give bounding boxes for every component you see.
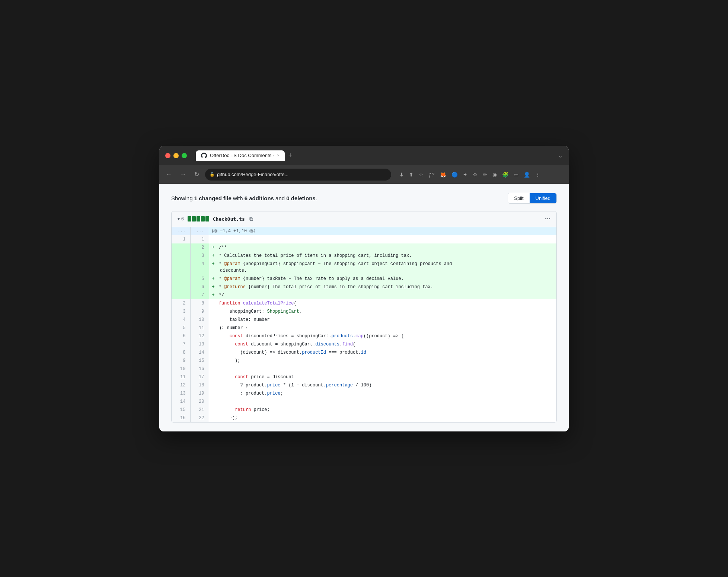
line-content: const price = discount: [209, 373, 556, 381]
table-row: 15 21 return price;: [172, 406, 556, 414]
left-line-num: 6: [172, 332, 190, 340]
maximize-window-button[interactable]: [182, 153, 187, 158]
back-button[interactable]: ←: [164, 170, 174, 179]
addition-block-2: [192, 216, 196, 221]
profile-icon[interactable]: 👤: [522, 170, 531, 179]
right-line-num: 10: [190, 316, 209, 324]
browser-window: OtterDoc TS Doc Comments · × + ⌄ ← → ↻ 🔒…: [159, 146, 569, 431]
file-more-menu[interactable]: ···: [545, 215, 550, 223]
left-line-num: [172, 260, 190, 275]
line-content: [209, 235, 556, 243]
right-line-num: 13: [190, 340, 209, 348]
github-icon: [201, 153, 207, 159]
table-row: 7 */: [172, 291, 556, 299]
table-row: 5 11 ): number {: [172, 324, 556, 332]
right-line-num: 22: [190, 414, 209, 422]
left-line-num: 14: [172, 398, 190, 406]
table-row: 13 19 : product.price;: [172, 389, 556, 398]
line-content: [209, 365, 556, 373]
line-content: /**: [209, 243, 556, 252]
table-row: 10 16: [172, 365, 556, 373]
table-row: 3 9 shoppingCart: ShoppingCart,: [172, 307, 556, 316]
extension-icon-3[interactable]: ✦: [462, 170, 469, 179]
tab-bar: OtterDoc TS Doc Comments · × +: [196, 150, 553, 161]
address-box[interactable]: 🔒 github.com/Hedge-Finance/otte...: [205, 169, 391, 181]
right-line-num: 3: [190, 252, 209, 260]
window-menu-button[interactable]: ⌄: [558, 152, 563, 159]
left-line-num: [172, 283, 190, 291]
file-diff: ▾ 6 CheckOut.ts ⧉ ···: [171, 211, 557, 423]
left-line-num: 15: [172, 406, 190, 414]
lock-icon: 🔒: [210, 172, 215, 177]
left-line-num: 16: [172, 414, 190, 422]
deletions-count: 0 deletions: [286, 195, 315, 201]
tab-close-button[interactable]: ×: [277, 153, 279, 157]
left-line-num: 2: [172, 299, 190, 307]
share-icon[interactable]: ⬆: [408, 170, 415, 179]
extension-icon-4[interactable]: ⚙: [471, 170, 479, 179]
line-content: return price;: [209, 406, 556, 414]
right-line-num: 5: [190, 275, 209, 283]
left-line-num: 9: [172, 357, 190, 365]
extension-icon-2[interactable]: 🔵: [450, 170, 459, 179]
close-window-button[interactable]: [165, 153, 170, 158]
file-toggle-button[interactable]: ▾ 6: [178, 216, 184, 221]
copy-path-button[interactable]: ⧉: [249, 215, 254, 223]
table-row: 11 17 const price = discount: [172, 373, 556, 381]
line-content: taxRate: number: [209, 316, 556, 324]
minimize-window-button[interactable]: [173, 153, 179, 158]
line-content: * @param {ShoppingCart} shoppingCart − T…: [209, 260, 556, 275]
extension-icon-6[interactable]: ◉: [491, 170, 498, 179]
right-line-num: 4: [190, 260, 209, 275]
left-line-num: 12: [172, 381, 190, 389]
right-line-num: 21: [190, 406, 209, 414]
file-name: CheckOut.ts: [213, 216, 245, 222]
line-content: * @param {number} taxRate − The tax rate…: [209, 275, 556, 283]
hunk-left-num: ...: [172, 227, 190, 235]
table-row: 5 * @param {number} taxRate − The tax ra…: [172, 275, 556, 283]
right-line-num: 20: [190, 398, 209, 406]
extension-icon-5[interactable]: ✏: [481, 170, 489, 179]
left-line-num: 1: [172, 235, 190, 243]
new-tab-button[interactable]: +: [286, 152, 295, 159]
sidebar-toggle[interactable]: ▭: [512, 170, 520, 179]
extensions-button[interactable]: 🧩: [501, 170, 510, 179]
line-content: function calculateTotalPrice(: [209, 299, 556, 307]
forward-button[interactable]: →: [178, 170, 188, 179]
table-row: 6 * @returns {number} The total price of…: [172, 283, 556, 291]
hunk-row: ... ... @@ −1,4 +1,10 @@: [172, 227, 556, 235]
table-row: 7 13 const discount = shoppingCart.disco…: [172, 340, 556, 348]
additions-badge: [188, 216, 209, 221]
split-view-button[interactable]: Split: [508, 193, 529, 203]
line-content: (discount) => discount.productId === pro…: [209, 348, 556, 357]
search-icon[interactable]: ƒ?: [427, 170, 436, 179]
right-line-num: 9: [190, 307, 209, 316]
line-content: ): number {: [209, 324, 556, 332]
changed-files-count: 1 changed file: [194, 195, 232, 201]
left-line-num: 5: [172, 324, 190, 332]
reload-button[interactable]: ↻: [192, 169, 201, 179]
file-header: ▾ 6 CheckOut.ts ⧉ ···: [172, 211, 556, 227]
address-domain: github.com: [217, 172, 241, 177]
download-icon[interactable]: ⬇: [398, 170, 405, 179]
table-row: 2 8 function calculateTotalPrice(: [172, 299, 556, 307]
menu-icon[interactable]: ⋮: [534, 170, 542, 179]
active-tab[interactable]: OtterDoc TS Doc Comments · ×: [196, 150, 285, 161]
table-row: 4 * @param {ShoppingCart} shoppingCart −…: [172, 260, 556, 275]
left-line-num: [172, 252, 190, 260]
extension-icon-1[interactable]: 🦊: [438, 170, 448, 179]
left-line-num: 10: [172, 365, 190, 373]
right-line-num: 2: [190, 243, 209, 252]
diff-summary: Showing 1 changed file with 6 additions …: [171, 195, 317, 201]
line-content: ? product.price * (1 − discount.percenta…: [209, 381, 556, 389]
table-row: 16 22 });: [172, 414, 556, 422]
address-text: github.com/Hedge-Finance/otte...: [217, 172, 387, 177]
table-row: 8 14 (discount) => discount.productId ==…: [172, 348, 556, 357]
right-line-num: 18: [190, 381, 209, 389]
line-content: );: [209, 357, 556, 365]
left-line-num: 4: [172, 316, 190, 324]
view-toggle: Split Unified: [508, 193, 557, 204]
right-line-num: 12: [190, 332, 209, 340]
unified-view-button[interactable]: Unified: [530, 193, 556, 203]
bookmark-icon[interactable]: ☆: [417, 170, 425, 179]
